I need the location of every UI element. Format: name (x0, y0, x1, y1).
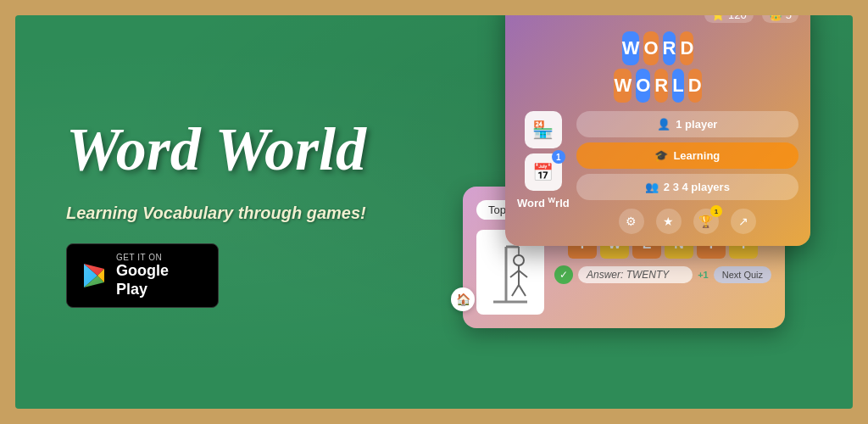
answer-row: ✓ Answer: TWENTY +1 Next Quiz (554, 265, 771, 284)
answer-text: Answer: TWENTY (578, 266, 693, 283)
word-world-label: Word Wrld (517, 196, 570, 209)
shop-icon-box[interactable]: 🏪 (525, 111, 562, 148)
plus-one: +1 (698, 270, 709, 280)
share-icon: ↗ (738, 215, 748, 228)
stars-count: 120 (728, 15, 747, 21)
ww-tile-O2: O (636, 69, 650, 103)
trophy-icon-symbol: 🏆 (698, 215, 713, 228)
star-icon: ★ (663, 215, 674, 228)
hangman-svg (485, 238, 536, 306)
learning-button[interactable]: 🎓 Learning (576, 142, 798, 169)
calendar-icon: 📅 (532, 162, 554, 182)
ww-tile-L: L (672, 69, 683, 103)
settings-icon: ⚙ (626, 215, 637, 228)
star-icon: ⭐ (711, 15, 725, 21)
badge-store-name: Google Play (116, 262, 204, 298)
trophy-button[interactable]: 🏆 1 (693, 209, 719, 234)
chalkboard-outer: Word World Learning Vocabulary through g… (0, 0, 868, 424)
google-play-badge[interactable]: GET IT ON Google Play (66, 243, 219, 308)
person-icon: 👤 (657, 118, 670, 131)
word-row-1: W O R D (517, 31, 798, 65)
menu-buttons: 👤 1 player 🎓 Learning 👥 2 3 4 players (576, 111, 798, 234)
one-player-button[interactable]: 👤 1 player (576, 111, 798, 137)
game-card-bottom: 🏪 📅 1 Word Wrld 👤 1 player (517, 111, 798, 234)
crowns-count: 5 (786, 15, 792, 21)
ww-tile-R: R (663, 31, 676, 65)
answer-check-icon: ✓ (554, 265, 573, 284)
stars-badge: ⭐ 120 (704, 15, 754, 23)
word-row-2: W O R L D (517, 69, 798, 103)
home-button[interactable]: 🏠 (451, 287, 475, 311)
chalkboard-inner: Word World Learning Vocabulary through g… (15, 15, 853, 409)
badge-get-it: GET IT ON (116, 253, 204, 262)
ww-tile-O: O (643, 31, 658, 65)
ww-tile-D: D (680, 31, 693, 65)
crowns-badge: 👑 5 (762, 15, 798, 23)
crown-icon: 👑 (769, 15, 782, 21)
svg-line-13 (519, 285, 526, 296)
game-card-header: ⭐ 120 👑 5 (517, 15, 798, 23)
app-subtitle: Learning Vocabulary through games! (66, 204, 401, 223)
svg-line-10 (510, 271, 519, 277)
svg-line-11 (519, 271, 527, 277)
app-title: Word World (66, 116, 401, 183)
calendar-badge: 1 (552, 150, 565, 164)
star-button[interactable]: ★ (656, 209, 682, 234)
svg-point-8 (514, 255, 524, 265)
left-icons: 🏪 📅 1 Word Wrld (517, 111, 570, 234)
ww-tile-W2: W (614, 69, 632, 103)
next-quiz-button[interactable]: Next Quiz (714, 266, 771, 283)
badge-text: GET IT ON Google Play (116, 253, 204, 298)
left-section: Word World Learning Vocabulary through g… (66, 116, 401, 308)
ww-tile-R2: R (654, 69, 668, 103)
play-store-icon (81, 262, 108, 289)
bottom-icons: ⚙ ★ 🏆 1 ↗ (576, 209, 798, 234)
share-button[interactable]: ↗ (731, 209, 756, 234)
ww-tile-D2: D (688, 69, 702, 103)
trophy-badge: 1 (710, 205, 722, 217)
group-icon: 👥 (645, 181, 659, 193)
ww-tile-W: W (622, 31, 640, 65)
settings-button[interactable]: ⚙ (619, 209, 644, 234)
graduation-icon: 🎓 (654, 149, 668, 162)
shop-icon: 🏪 (532, 120, 554, 140)
svg-line-12 (512, 285, 519, 296)
multi-player-button[interactable]: 👥 2 3 4 players (576, 174, 798, 200)
game-card: ⭐ 120 👑 5 W O R D W O (505, 15, 810, 246)
calendar-icon-box[interactable]: 📅 1 (525, 153, 562, 191)
